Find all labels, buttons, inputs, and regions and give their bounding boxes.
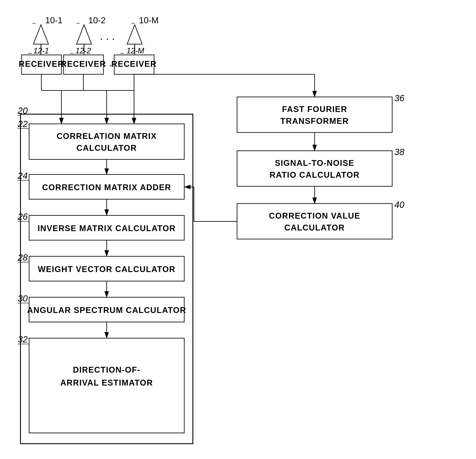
- signal-to-noise-label: 38: [394, 147, 404, 157]
- receiver-m-label: 12-M: [127, 46, 144, 55]
- direction-of-arrival-text-2: ARRIVAL ESTIMATOR: [60, 378, 153, 387]
- diagram-container: 10-1 10-2 10-M . . . RECEIVER 12-1: [0, 0, 476, 459]
- inverse-matrix-text: INVERSE MATRIX CALCULATOR: [37, 224, 176, 233]
- svg-rect-34: [237, 204, 392, 239]
- direction-of-arrival-text-1: DIRECTION-OF-: [73, 365, 140, 374]
- svg-marker-5: [76, 25, 92, 44]
- svg-rect-31: [237, 97, 392, 133]
- svg-marker-8: [127, 25, 142, 44]
- fast-fourier-text-1: FAST FOURIER: [282, 105, 347, 114]
- correlation-matrix-text-1: CORRELATION MATRIX: [56, 132, 157, 141]
- inverse-matrix-label: 26: [17, 211, 28, 222]
- receiver-2-text: RECEIVER: [61, 59, 106, 68]
- angular-spectrum-text: ANGULAR SPECTRUM CALCULATOR: [27, 306, 186, 315]
- receiver-2: RECEIVER 12-2: [61, 46, 106, 74]
- receiver-m-text: RECEIVER: [111, 59, 157, 68]
- svg-rect-19: [29, 124, 184, 159]
- direction-of-arrival-box: DIRECTION-OF- ARRIVAL ESTIMATOR 32: [18, 334, 184, 433]
- receiver-1-text: RECEIVER: [19, 59, 64, 68]
- receiver-m: RECEIVER 12-M: [111, 46, 157, 74]
- correction-value-label: 40: [394, 200, 404, 210]
- antenna-1-label: 10-1: [45, 16, 62, 25]
- correction-value-box: CORRECTION VALUE CALCULATOR 40: [237, 200, 404, 239]
- correction-value-text-2: CALCULATOR: [284, 223, 345, 232]
- antenna-2-label: 10-2: [88, 16, 106, 25]
- svg-marker-2: [34, 25, 49, 44]
- angular-spectrum-box: ANGULAR SPECTRUM CALCULATOR 30: [18, 293, 186, 322]
- svg-rect-33: [237, 151, 392, 186]
- weight-vector-text: WEIGHT VECTOR CALCULATOR: [38, 265, 175, 274]
- correlation-matrix-box: CORRELATION MATRIX CALCULATOR 22: [17, 119, 184, 159]
- fast-fourier-text-2: TRANSFORMER: [280, 117, 349, 125]
- main-container-label: 20: [17, 106, 28, 116]
- correction-value-text-1: CORRECTION VALUE: [269, 211, 360, 220]
- correction-matrix-adder-text: CORRECTION MATRIX ADDER: [42, 183, 171, 192]
- angular-spectrum-label: 30: [18, 293, 28, 303]
- correction-matrix-adder-box: CORRECTION MATRIX ADDER 24: [17, 171, 184, 199]
- signal-to-noise-text-2: RATIO CALCULATOR: [270, 170, 360, 179]
- ellipsis-antennas: . . .: [100, 30, 115, 42]
- receiver-1: RECEIVER 12-1: [19, 46, 64, 74]
- inverse-matrix-box: INVERSE MATRIX CALCULATOR 26: [17, 211, 184, 240]
- correlation-matrix-text-2: CALCULATOR: [76, 143, 137, 152]
- signal-to-noise-box: SIGNAL-TO-NOISE RATIO CALCULATOR 38: [237, 147, 404, 186]
- antenna-m-label: 10-M: [139, 16, 159, 25]
- weight-vector-label: 28: [17, 252, 28, 263]
- direction-of-arrival-label: 32: [18, 334, 28, 344]
- fast-fourier-label: 36: [394, 93, 404, 103]
- ellipsis-receivers: . .: [103, 57, 112, 69]
- receiver-2-label: 12-2: [76, 46, 91, 55]
- signal-to-noise-text-1: SIGNAL-TO-NOISE: [275, 159, 354, 167]
- weight-vector-box: WEIGHT VECTOR CALCULATOR 28: [17, 252, 184, 281]
- correlation-matrix-label: 22: [17, 119, 28, 129]
- fast-fourier-box: FAST FOURIER TRANSFORMER 36: [237, 93, 404, 133]
- correction-matrix-adder-label: 24: [17, 171, 28, 181]
